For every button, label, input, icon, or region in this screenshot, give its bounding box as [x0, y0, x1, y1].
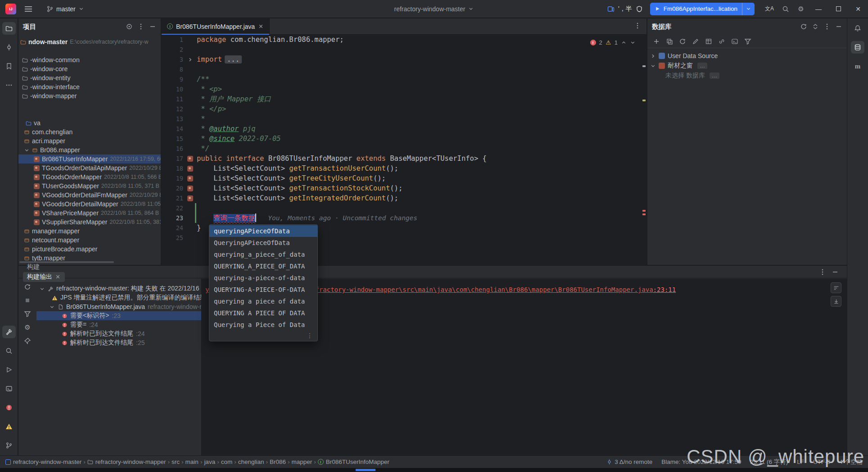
- mybatis-gutter-icon[interactable]: [187, 176, 193, 182]
- tree-item[interactable]: -window-core: [18, 64, 161, 73]
- mybatis-gutter-icon[interactable]: [187, 166, 193, 172]
- tool-stripe-folder[interactable]: [2, 22, 16, 35]
- breadcrumb-item[interactable]: src: [172, 458, 180, 465]
- tree-item[interactable]: [18, 46, 161, 55]
- code-line[interactable]: 12 * </p>: [162, 104, 646, 114]
- tool-stripe-play[interactable]: [2, 363, 16, 376]
- code-line[interactable]: 23 查询一条数据You, Moments ago · Uncommitted …: [162, 213, 646, 223]
- build-message-row[interactable]: 解析时已到达文件结尾 :24: [36, 329, 201, 338]
- console-icon[interactable]: [731, 38, 738, 45]
- code-line[interactable]: 1package com.chenglian.Br086.mapper;: [162, 35, 646, 45]
- warning-stripe-mark[interactable]: [642, 100, 646, 101]
- tree-item[interactable]: TGoodsOrderMapper 2022/10/8 11:05, 566 B: [18, 172, 161, 182]
- tree-item[interactable]: TGoodsOrderDetailApiMapper 2022/10/29 8:…: [18, 163, 161, 172]
- expand-down-icon[interactable]: [650, 63, 656, 69]
- breadcrumb-item[interactable]: refractory-window-master: [5, 458, 81, 465]
- ime-status[interactable]: '，半: [607, 5, 643, 13]
- tree-item[interactable]: Br086TUserInfoMapper 2022/12/16 17:59, 6…: [18, 154, 161, 163]
- tool-stripe-search[interactable]: [2, 345, 16, 357]
- duplicate-icon[interactable]: [666, 38, 673, 45]
- project-selector[interactable]: refractory-window-master: [394, 5, 474, 13]
- completion-item[interactable]: Querying a Piece of Data: [209, 319, 317, 331]
- breadcrumb-item[interactable]: chenglian: [238, 458, 264, 465]
- breadcrumb-item[interactable]: main: [185, 458, 199, 465]
- hide-panel-icon[interactable]: [149, 23, 156, 30]
- editor-tab[interactable]: I Br086TUserInfoMapper.java: [162, 18, 270, 35]
- breadcrumb-item[interactable]: Br086: [270, 458, 286, 465]
- hide-panel-icon[interactable]: [835, 23, 842, 30]
- tree-item[interactable]: manager.mapper: [18, 227, 161, 236]
- completion-more[interactable]: ⋮: [209, 331, 317, 340]
- more-options-icon[interactable]: [137, 23, 145, 30]
- search-everywhere-button[interactable]: [778, 2, 793, 16]
- tree-item[interactable]: -window-interface: [18, 82, 161, 91]
- build-message-row[interactable]: 需要<标识符> :23: [36, 311, 201, 320]
- tool-stripe-m-text[interactable]: m: [851, 60, 864, 73]
- translate-button[interactable]: 文A: [761, 2, 778, 16]
- code-line[interactable]: 20 List<SelectCount> getTransactionStock…: [162, 183, 646, 193]
- tool-stripe-dots-h[interactable]: [2, 79, 16, 91]
- run-config-chevron[interactable]: [742, 6, 755, 12]
- build-message-row[interactable]: 需要= :24: [36, 320, 201, 329]
- mybatis-gutter-icon[interactable]: [187, 195, 193, 201]
- expand-right-icon[interactable]: [650, 53, 656, 59]
- completion-item[interactable]: queryingAPieceOfData: [209, 225, 317, 237]
- tree-item[interactable]: TUserGoodsMapper 2022/10/8 11:05, 371 B: [18, 182, 161, 191]
- settings-button[interactable]: ⚙: [793, 2, 809, 16]
- tree-item[interactable]: -window-entity: [18, 73, 161, 82]
- completion-item[interactable]: QueryingAPieceOfData: [209, 237, 317, 249]
- error-stripe-mark[interactable]: [642, 210, 646, 212]
- database-tree-item[interactable]: 耐材之窗…: [647, 61, 847, 71]
- tool-stripe-bell[interactable]: [851, 22, 864, 35]
- breadcrumb-item[interactable]: java: [204, 458, 215, 465]
- scroll-to-end-button[interactable]: [831, 296, 841, 307]
- tree-item[interactable]: VGoodsOrderDetailMapper 2022/10/8 11:05,…: [18, 200, 161, 209]
- code-line[interactable]: 3import...: [162, 54, 646, 64]
- tree-item[interactable]: [18, 100, 161, 109]
- code-line[interactable]: 18 List<SelectCount> getTransactionUserC…: [162, 163, 646, 173]
- inspections-widget[interactable]: ! 2 ⚠ 1: [588, 38, 638, 47]
- add-datasource-icon[interactable]: [653, 38, 660, 45]
- edit-source-icon[interactable]: [692, 38, 699, 45]
- locate-file-icon[interactable]: [126, 23, 133, 30]
- refresh-icon[interactable]: [679, 38, 686, 45]
- mybatis-gutter-icon[interactable]: [187, 156, 193, 162]
- code-line[interactable]: 2: [162, 45, 646, 54]
- taskbar-active-app[interactable]: [356, 469, 375, 471]
- completion-item[interactable]: querying-a-piece-of-data: [209, 272, 317, 284]
- window-close-button[interactable]: ✕: [848, 0, 868, 18]
- completion-item[interactable]: QUERYING A PIECE OF DATA: [209, 307, 317, 319]
- build-message-row[interactable]: 解析时已到达文件结尾 :25: [36, 338, 201, 347]
- completion-item[interactable]: QUERYING_A_PIECE_OF_DATA: [209, 260, 317, 272]
- code-line[interactable]: 16 */: [162, 144, 646, 154]
- tree-item[interactable]: acri.mapper: [18, 136, 161, 145]
- tree-item[interactable]: ndow-master E:\codes\refractory\refracto…: [18, 37, 161, 46]
- tree-item[interactable]: VSharePriceMapper 2022/10/8 11:05, 864 B: [18, 209, 161, 218]
- build-message-row[interactable]: Br086TUserInfoMapper.java refractory-win…: [36, 302, 201, 311]
- code-line[interactable]: 13 *: [162, 114, 646, 124]
- completion-item[interactable]: querying a piece of data: [209, 295, 317, 307]
- tree-item[interactable]: -window-mapper: [18, 91, 161, 100]
- tree-item[interactable]: netcount.mapper: [18, 236, 161, 245]
- tree-item[interactable]: com.chenglian: [18, 127, 161, 136]
- code-line[interactable]: 10 * <p>: [162, 84, 646, 94]
- tool-stripe-db[interactable]: [851, 41, 864, 54]
- database-tree-item[interactable]: User Data Source: [647, 51, 847, 61]
- caret-stripe-mark[interactable]: [642, 65, 646, 67]
- hide-panel-icon[interactable]: [832, 268, 839, 276]
- expand-down-icon[interactable]: [49, 304, 55, 310]
- tree-item[interactable]: pictureBrocade.mapper: [18, 245, 161, 254]
- close-tab-icon[interactable]: [258, 23, 264, 29]
- completion-item[interactable]: QUERYING-A-PIECE-OF-DATA: [209, 284, 317, 295]
- code-line[interactable]: 19 List<SelectCount> getTreeCityUserCoun…: [162, 173, 646, 183]
- tool-stripe-terminal[interactable]: [2, 382, 16, 395]
- code-line[interactable]: 21 List<SelectCount> getIntegratedOrderC…: [162, 193, 646, 203]
- editor-more-icon[interactable]: [634, 22, 641, 29]
- filter-messages-icon[interactable]: [24, 310, 31, 318]
- run-configuration-button[interactable]: Fm086AppInterfac...lication: [650, 3, 755, 15]
- expand-down-icon[interactable]: [39, 286, 45, 292]
- diagram-icon[interactable]: [705, 38, 712, 45]
- code-line[interactable]: 14 * @author pjq: [162, 124, 646, 134]
- sync-database-icon[interactable]: [800, 23, 807, 30]
- tree-item[interactable]: [18, 109, 161, 118]
